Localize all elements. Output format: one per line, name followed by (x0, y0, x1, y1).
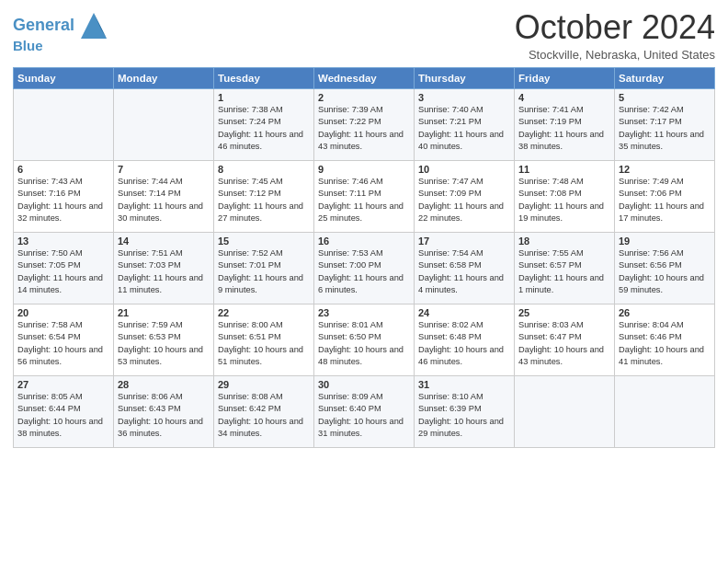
day-detail: Sunrise: 8:05 AM Sunset: 6:44 PM Dayligh… (17, 391, 109, 441)
calendar-cell: 20Sunrise: 7:58 AM Sunset: 6:54 PM Dayli… (14, 304, 114, 375)
calendar-cell: 24Sunrise: 8:02 AM Sunset: 6:48 PM Dayli… (415, 304, 515, 375)
week-row-0: 1Sunrise: 7:38 AM Sunset: 7:24 PM Daylig… (14, 88, 715, 160)
day-detail: Sunrise: 7:52 AM Sunset: 7:01 PM Dayligh… (218, 247, 310, 297)
calendar-cell: 11Sunrise: 7:48 AM Sunset: 7:08 PM Dayli… (515, 160, 615, 232)
day-detail: Sunrise: 7:56 AM Sunset: 6:56 PM Dayligh… (619, 247, 711, 297)
day-number: 30 (318, 379, 410, 390)
header-row: SundayMondayTuesdayWednesdayThursdayFrid… (14, 67, 715, 88)
day-number: 2 (318, 92, 410, 103)
logo: General Blue (13, 13, 107, 54)
calendar-cell: 22Sunrise: 8:00 AM Sunset: 6:51 PM Dayli… (214, 304, 314, 375)
calendar-cell: 31Sunrise: 8:10 AM Sunset: 6:39 PM Dayli… (415, 375, 515, 447)
day-detail: Sunrise: 7:45 AM Sunset: 7:12 PM Dayligh… (218, 176, 310, 225)
calendar-cell: 10Sunrise: 7:47 AM Sunset: 7:09 PM Dayli… (415, 160, 515, 232)
day-number: 28 (118, 379, 210, 390)
calendar-cell: 21Sunrise: 7:59 AM Sunset: 6:53 PM Dayli… (114, 304, 214, 375)
day-number: 18 (518, 236, 610, 247)
calendar-cell: 8Sunrise: 7:45 AM Sunset: 7:12 PM Daylig… (214, 160, 314, 232)
day-detail: Sunrise: 7:51 AM Sunset: 7:03 PM Dayligh… (118, 247, 210, 297)
calendar-cell: 26Sunrise: 8:04 AM Sunset: 6:46 PM Dayli… (615, 304, 715, 375)
calendar-cell: 27Sunrise: 8:05 AM Sunset: 6:44 PM Dayli… (14, 375, 114, 447)
month-title: October 2024 (515, 9, 715, 46)
day-number: 8 (218, 164, 310, 175)
calendar-cell: 17Sunrise: 7:54 AM Sunset: 6:58 PM Dayli… (415, 232, 515, 304)
title-block: October 2024 Stockville, Nebraska, Unite… (515, 9, 715, 62)
week-row-1: 6Sunrise: 7:43 AM Sunset: 7:16 PM Daylig… (14, 160, 715, 232)
week-row-3: 20Sunrise: 7:58 AM Sunset: 6:54 PM Dayli… (14, 304, 715, 375)
day-number: 24 (418, 307, 510, 318)
day-header-saturday: Saturday (615, 67, 715, 88)
calendar-cell: 5Sunrise: 7:42 AM Sunset: 7:17 PM Daylig… (615, 88, 715, 160)
day-number: 19 (619, 236, 711, 247)
calendar-cell (114, 88, 214, 160)
day-detail: Sunrise: 8:01 AM Sunset: 6:50 PM Dayligh… (318, 319, 410, 369)
day-number: 16 (318, 236, 410, 247)
day-header-friday: Friday (515, 67, 615, 88)
logo-general: General (13, 16, 74, 34)
calendar-cell: 28Sunrise: 8:06 AM Sunset: 6:43 PM Dayli… (114, 375, 214, 447)
week-row-2: 13Sunrise: 7:50 AM Sunset: 7:05 PM Dayli… (14, 232, 715, 304)
day-header-monday: Monday (114, 67, 214, 88)
day-number: 29 (218, 379, 310, 390)
calendar-cell: 19Sunrise: 7:56 AM Sunset: 6:56 PM Dayli… (615, 232, 715, 304)
calendar-table: SundayMondayTuesdayWednesdayThursdayFrid… (13, 67, 715, 448)
day-header-tuesday: Tuesday (214, 67, 314, 88)
logo-blue: Blue (13, 39, 107, 54)
logo-text: General (13, 13, 107, 39)
day-number: 5 (619, 92, 711, 103)
calendar-cell: 18Sunrise: 7:55 AM Sunset: 6:57 PM Dayli… (515, 232, 615, 304)
day-number: 21 (118, 307, 210, 318)
calendar-cell: 1Sunrise: 7:38 AM Sunset: 7:24 PM Daylig… (214, 88, 314, 160)
day-number: 31 (418, 379, 510, 390)
calendar-cell: 13Sunrise: 7:50 AM Sunset: 7:05 PM Dayli… (14, 232, 114, 304)
day-detail: Sunrise: 8:04 AM Sunset: 6:46 PM Dayligh… (619, 319, 711, 369)
logo-icon (81, 13, 107, 39)
day-detail: Sunrise: 7:50 AM Sunset: 7:05 PM Dayligh… (17, 247, 109, 297)
calendar-cell: 14Sunrise: 7:51 AM Sunset: 7:03 PM Dayli… (114, 232, 214, 304)
calendar-cell: 16Sunrise: 7:53 AM Sunset: 7:00 PM Dayli… (314, 232, 415, 304)
day-detail: Sunrise: 7:43 AM Sunset: 7:16 PM Dayligh… (17, 176, 109, 225)
day-detail: Sunrise: 8:08 AM Sunset: 6:42 PM Dayligh… (218, 391, 310, 441)
day-detail: Sunrise: 7:39 AM Sunset: 7:22 PM Dayligh… (318, 104, 410, 154)
day-detail: Sunrise: 8:09 AM Sunset: 6:40 PM Dayligh… (318, 391, 410, 441)
day-header-thursday: Thursday (415, 67, 515, 88)
header: General Blue October 2024 Stockville, Ne… (13, 9, 715, 62)
calendar-cell: 29Sunrise: 8:08 AM Sunset: 6:42 PM Dayli… (214, 375, 314, 447)
day-number: 20 (17, 307, 109, 318)
day-detail: Sunrise: 7:59 AM Sunset: 6:53 PM Dayligh… (118, 319, 210, 369)
day-number: 1 (218, 92, 310, 103)
day-detail: Sunrise: 7:41 AM Sunset: 7:19 PM Dayligh… (518, 104, 610, 154)
day-detail: Sunrise: 7:40 AM Sunset: 7:21 PM Dayligh… (418, 104, 510, 154)
day-detail: Sunrise: 7:55 AM Sunset: 6:57 PM Dayligh… (518, 247, 610, 297)
day-detail: Sunrise: 7:46 AM Sunset: 7:11 PM Dayligh… (318, 176, 410, 225)
day-number: 23 (318, 307, 410, 318)
calendar-cell: 6Sunrise: 7:43 AM Sunset: 7:16 PM Daylig… (14, 160, 114, 232)
day-number: 6 (17, 164, 109, 175)
day-number: 9 (318, 164, 410, 175)
calendar-cell: 30Sunrise: 8:09 AM Sunset: 6:40 PM Dayli… (314, 375, 415, 447)
day-detail: Sunrise: 7:53 AM Sunset: 7:00 PM Dayligh… (318, 247, 410, 297)
day-detail: Sunrise: 8:06 AM Sunset: 6:43 PM Dayligh… (118, 391, 210, 441)
day-number: 26 (619, 307, 711, 318)
calendar-cell: 12Sunrise: 7:49 AM Sunset: 7:06 PM Dayli… (615, 160, 715, 232)
day-number: 4 (518, 92, 610, 103)
day-detail: Sunrise: 7:48 AM Sunset: 7:08 PM Dayligh… (518, 176, 610, 225)
day-detail: Sunrise: 7:47 AM Sunset: 7:09 PM Dayligh… (418, 176, 510, 225)
day-detail: Sunrise: 7:58 AM Sunset: 6:54 PM Dayligh… (17, 319, 109, 369)
day-number: 13 (17, 236, 109, 247)
day-number: 17 (418, 236, 510, 247)
day-number: 25 (518, 307, 610, 318)
day-number: 10 (418, 164, 510, 175)
day-detail: Sunrise: 8:00 AM Sunset: 6:51 PM Dayligh… (218, 319, 310, 369)
calendar-cell: 23Sunrise: 8:01 AM Sunset: 6:50 PM Dayli… (314, 304, 415, 375)
svg-marker-0 (81, 13, 107, 39)
week-row-4: 27Sunrise: 8:05 AM Sunset: 6:44 PM Dayli… (14, 375, 715, 447)
day-number: 3 (418, 92, 510, 103)
day-detail: Sunrise: 8:10 AM Sunset: 6:39 PM Dayligh… (418, 391, 510, 441)
day-detail: Sunrise: 7:54 AM Sunset: 6:58 PM Dayligh… (418, 247, 510, 297)
calendar-cell: 4Sunrise: 7:41 AM Sunset: 7:19 PM Daylig… (515, 88, 615, 160)
calendar-cell: 2Sunrise: 7:39 AM Sunset: 7:22 PM Daylig… (314, 88, 415, 160)
calendar-cell: 3Sunrise: 7:40 AM Sunset: 7:21 PM Daylig… (415, 88, 515, 160)
calendar-cell: 15Sunrise: 7:52 AM Sunset: 7:01 PM Dayli… (214, 232, 314, 304)
location: Stockville, Nebraska, United States (515, 48, 715, 62)
